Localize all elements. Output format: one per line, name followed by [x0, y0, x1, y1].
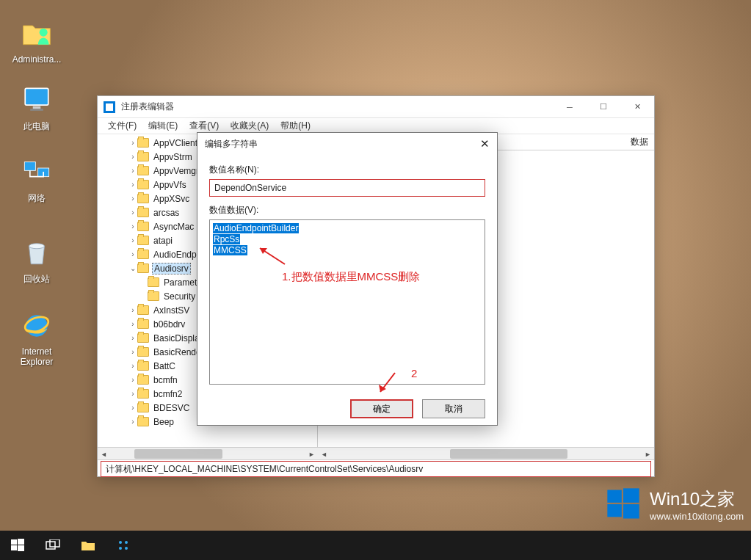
desktop-icon-label: 网络: [9, 192, 65, 205]
svg-rect-13: [607, 490, 622, 503]
desktop-icon-label: Administra...: [9, 54, 65, 65]
folder-icon: [137, 263, 149, 273]
task-view-icon: [46, 539, 60, 551]
expander-icon[interactable]: ›: [128, 404, 137, 412]
expander-icon[interactable]: ›: [128, 167, 137, 175]
expander-icon[interactable]: ›: [128, 362, 137, 370]
desktop-icon-recycle-bin[interactable]: 回收站: [9, 235, 65, 286]
tree-item-label: AsyncMac: [152, 222, 195, 232]
tree-item-label: Audiosrv: [152, 263, 191, 274]
folder-user-icon: [21, 18, 53, 50]
dialog-titlebar[interactable]: 编辑多字符串 ✕: [197, 133, 497, 155]
scroll-left-icon[interactable]: ◄: [98, 448, 110, 460]
expander-icon[interactable]: ›: [128, 390, 137, 398]
expander-icon[interactable]: ›: [128, 306, 137, 314]
menu-help[interactable]: 帮助(H): [276, 118, 315, 134]
desktop-icon-this-pc[interactable]: 此电脑: [9, 82, 65, 133]
svg-rect-2: [33, 106, 41, 109]
desktop-icon-label: 此电脑: [9, 120, 65, 133]
ok-button[interactable]: 确定: [350, 399, 413, 418]
svg-point-23: [119, 541, 122, 544]
values-horizontal-scrollbar[interactable]: ◄ ►: [318, 447, 654, 459]
desktop-icon-administrator[interactable]: Administra...: [9, 16, 65, 65]
app-icon: [117, 539, 130, 552]
menu-edit[interactable]: 编辑(E): [144, 118, 182, 134]
expander-icon[interactable]: ›: [128, 194, 137, 203]
file-explorer-taskbar[interactable]: [70, 531, 106, 560]
svg-rect-15: [607, 504, 622, 517]
value-data-textarea[interactable]: AudioEndpointBuilderRpcSsMMCSS: [209, 219, 485, 385]
folder-icon: [137, 403, 149, 412]
expander-icon[interactable]: ›: [128, 250, 137, 258]
tree-item-label: AppvVfs: [152, 180, 188, 190]
scroll-left-icon[interactable]: ◄: [318, 448, 330, 460]
ie-icon: [21, 310, 53, 342]
expander-icon[interactable]: ›: [128, 139, 137, 147]
desktop-icon-internet-explorer[interactable]: Internet Explorer: [9, 308, 65, 367]
scrollbar-thumb[interactable]: [450, 449, 567, 459]
svg-rect-20: [18, 545, 24, 551]
window-titlebar[interactable]: 注册表编辑器 ─ ☐ ✕: [98, 96, 654, 118]
expander-icon[interactable]: ›: [128, 334, 137, 342]
expander-icon[interactable]: ⌄: [128, 264, 137, 272]
svg-rect-4: [24, 162, 35, 171]
expander-icon[interactable]: ›: [128, 181, 137, 189]
expander-icon[interactable]: ›: [128, 376, 137, 384]
expander-icon[interactable]: ›: [128, 320, 137, 328]
expander-icon[interactable]: ›: [128, 222, 137, 230]
svg-rect-19: [11, 545, 17, 550]
tree-item-label: Security: [162, 291, 197, 302]
expander-icon[interactable]: ›: [128, 208, 137, 217]
tree-item-label: b06bdrv: [152, 319, 186, 330]
start-button[interactable]: [0, 531, 35, 560]
scroll-right-icon[interactable]: ►: [305, 448, 318, 460]
folder-icon: [148, 277, 159, 287]
task-view-button[interactable]: [35, 531, 70, 560]
value-name-text: DependOnService: [214, 183, 286, 193]
expander-icon[interactable]: ›: [128, 418, 137, 426]
tree-item-label: AppXSvc: [152, 194, 191, 204]
folder-icon: [81, 539, 95, 551]
expander-icon[interactable]: ›: [128, 153, 137, 161]
monitor-icon: [21, 84, 52, 115]
menu-file[interactable]: 文件(F): [104, 118, 141, 134]
value-name-label: 数值名称(N):: [209, 164, 485, 176]
close-icon[interactable]: ✕: [480, 137, 490, 150]
tree-item-label: Beep: [152, 417, 175, 427]
data-line: AudioEndpointBuilder: [213, 223, 299, 233]
taskbar-app[interactable]: [106, 531, 141, 560]
svg-rect-16: [623, 504, 639, 519]
tree-item-label: AppvVemgr: [152, 166, 200, 176]
menu-favorites[interactable]: 收藏夹(A): [226, 118, 273, 134]
desktop-icon-label: 回收站: [9, 273, 65, 286]
tree-item-label: arcsas: [152, 208, 181, 218]
desktop-icon-network[interactable]: 网络: [9, 154, 65, 205]
tree-horizontal-scrollbar[interactable]: ◄ ►: [98, 447, 318, 459]
svg-rect-14: [623, 488, 639, 503]
folder-icon: [137, 208, 149, 217]
svg-rect-18: [18, 539, 24, 545]
scroll-right-icon[interactable]: ►: [642, 448, 654, 460]
menu-view[interactable]: 查看(V): [185, 118, 223, 134]
scrollbar-thumb[interactable]: [134, 449, 222, 459]
tree-item-label: BattC: [152, 361, 177, 371]
value-name-input[interactable]: DependOnService: [209, 179, 485, 197]
folder-icon: [137, 361, 149, 371]
minimize-button[interactable]: ─: [553, 96, 587, 118]
data-line: RpcSs: [213, 234, 240, 244]
watermark: Win10之家 www.win10xitong.com: [604, 485, 744, 523]
svg-rect-21: [46, 542, 55, 549]
folder-icon: [137, 319, 149, 329]
registry-path: 计算机\HKEY_LOCAL_MACHINE\SYSTEM\CurrentCon…: [101, 461, 651, 477]
expander-icon[interactable]: ›: [128, 348, 137, 356]
svg-point-0: [40, 29, 48, 37]
tree-item-label: AppvStrm: [152, 152, 194, 162]
maximize-button[interactable]: ☐: [587, 96, 620, 118]
expander-icon[interactable]: ›: [128, 236, 137, 244]
folder-icon: [137, 389, 149, 399]
cancel-button[interactable]: 取消: [422, 399, 485, 418]
close-button[interactable]: ✕: [620, 96, 654, 118]
status-bar: 计算机\HKEY_LOCAL_MACHINE\SYSTEM\CurrentCon…: [98, 459, 654, 478]
folder-icon: [137, 180, 149, 189]
svg-point-24: [125, 541, 128, 544]
